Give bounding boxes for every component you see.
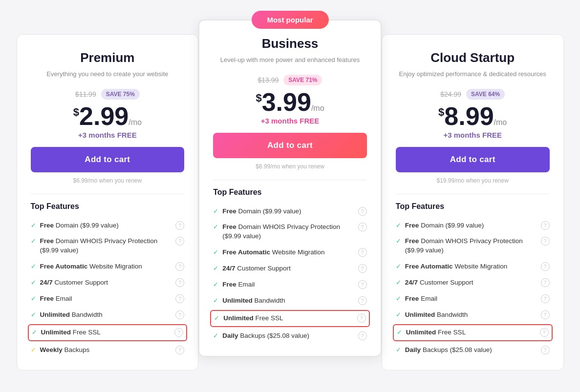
info-icon-cloud-startup-3[interactable]: ?: [541, 278, 550, 287]
check-icon-cloud-startup-3: ✓: [396, 279, 401, 286]
feature-item-premium-6: ✓ Unlimited Free SSL ?: [28, 324, 188, 341]
check-icon-cloud-startup-2: ✓: [396, 263, 401, 270]
feature-text-business-2: Free Automatic Website Migration: [222, 248, 355, 257]
info-icon-premium-2[interactable]: ?: [175, 262, 184, 271]
feature-left-business-7: ✓ Daily Backups ($25.08 value): [213, 331, 355, 341]
check-icon-premium-0: ✓: [31, 222, 36, 229]
feature-item-cloud-startup-4: ✓ Free Email ?: [396, 291, 550, 307]
feature-item-business-7: ✓ Daily Backups ($25.08 value) ?: [213, 328, 367, 344]
price-number-cloud-startup: 8.99: [444, 102, 494, 130]
free-months-premium: +3 months FREE: [31, 131, 185, 139]
info-icon-business-6[interactable]: ?: [357, 314, 366, 323]
info-icon-premium-4[interactable]: ?: [175, 294, 184, 303]
pricing-row-cloud-startup: $24.99 SAVE 64%: [396, 89, 550, 100]
feature-item-premium-1: ✓ Free Domain WHOIS Privacy Protection (…: [31, 233, 185, 259]
info-icon-cloud-startup-6[interactable]: ?: [540, 328, 549, 337]
plan-description-business: Level-up with more power and enhanced fe…: [213, 55, 367, 65]
plan-name-premium: Premium: [31, 50, 185, 65]
feature-left-premium-0: ✓ Free Domain ($9.99 value): [31, 221, 173, 230]
feature-left-premium-4: ✓ Free Email: [31, 294, 173, 304]
feature-text-cloud-startup-2: Free Automatic Website Migration: [405, 262, 538, 271]
pricing-card-premium: PremiumEverything you need to create you…: [17, 34, 199, 371]
info-icon-cloud-startup-0[interactable]: ?: [541, 221, 550, 230]
save-badge-premium: SAVE 75%: [101, 89, 140, 100]
check-icon-premium-2: ✓: [31, 263, 36, 270]
pricing-container: PremiumEverything you need to create you…: [17, 20, 564, 371]
feature-left-cloud-startup-1: ✓ Free Domain WHOIS Privacy Protection (…: [396, 237, 538, 255]
feature-item-premium-7: ✓ Weekly Backups ?: [31, 342, 185, 358]
feature-item-cloud-startup-6: ✓ Unlimited Free SSL ?: [393, 324, 553, 341]
save-badge-business: SAVE 71%: [283, 75, 322, 85]
divider-premium: [31, 194, 185, 194]
feature-left-business-5: ✓ Unlimited Bandwidth: [213, 296, 355, 306]
info-icon-business-7[interactable]: ?: [358, 331, 367, 340]
feature-left-cloud-startup-7: ✓ Daily Backups ($25.08 value): [396, 346, 538, 355]
price-main-business: $3.99/mo: [213, 89, 367, 115]
feature-text-premium-1: Free Domain WHOIS Privacy Protection ($9…: [40, 237, 173, 255]
info-icon-premium-3[interactable]: ?: [175, 278, 184, 287]
features-title-cloud-startup: Top Features: [396, 202, 550, 211]
feature-text-premium-6: Unlimited Free SSL: [41, 328, 172, 337]
info-icon-premium-1[interactable]: ?: [175, 237, 184, 246]
info-icon-cloud-startup-1[interactable]: ?: [541, 237, 550, 246]
info-icon-premium-7[interactable]: ?: [175, 346, 184, 354]
feature-text-cloud-startup-6: Unlimited Free SSL: [406, 328, 537, 337]
check-icon-business-3: ✓: [213, 265, 218, 272]
most-popular-badge: Most popular: [251, 11, 328, 29]
check-icon-business-5: ✓: [213, 297, 218, 304]
check-icon-premium-1: ✓: [31, 237, 36, 245]
pricing-row-premium: $11.99 SAVE 75%: [31, 89, 185, 100]
feature-left-business-4: ✓ Free Email: [213, 280, 355, 289]
feature-item-premium-5: ✓ Unlimited Bandwidth ?: [31, 307, 185, 323]
original-price-business: $13.99: [258, 76, 279, 84]
feature-text-cloud-startup-5: Unlimited Bandwidth: [405, 310, 538, 320]
feature-left-business-3: ✓ 24/7 Customer Support: [213, 264, 355, 273]
info-icon-cloud-startup-5[interactable]: ?: [541, 310, 550, 319]
feature-item-cloud-startup-7: ✓ Daily Backups ($25.08 value) ?: [396, 342, 550, 358]
info-icon-cloud-startup-7[interactable]: ?: [541, 346, 550, 354]
feature-left-premium-1: ✓ Free Domain WHOIS Privacy Protection (…: [31, 237, 173, 255]
info-icon-business-0[interactable]: ?: [358, 207, 367, 216]
feature-left-premium-5: ✓ Unlimited Bandwidth: [31, 310, 173, 320]
feature-text-premium-2: Free Automatic Website Migration: [40, 262, 173, 271]
plan-name-cloud-startup: Cloud Startup: [396, 50, 550, 65]
info-icon-business-3[interactable]: ?: [358, 264, 367, 273]
price-period-premium: /mo: [129, 118, 142, 126]
info-icon-premium-6[interactable]: ?: [174, 328, 183, 337]
info-icon-premium-0[interactable]: ?: [175, 221, 184, 230]
feature-text-business-6: Unlimited Free SSL: [223, 314, 354, 323]
price-main-cloud-startup: $8.99/mo: [396, 103, 550, 129]
feature-text-business-5: Unlimited Bandwidth: [222, 296, 355, 306]
info-icon-cloud-startup-2[interactable]: ?: [541, 262, 550, 271]
feature-item-cloud-startup-1: ✓ Free Domain WHOIS Privacy Protection (…: [396, 233, 550, 259]
feature-left-premium-6: ✓ Unlimited Free SSL: [32, 328, 172, 337]
check-icon-business-6: ✓: [214, 314, 219, 322]
info-icon-cloud-startup-4[interactable]: ?: [541, 294, 550, 303]
feature-item-premium-3: ✓ 24/7 Customer Support ?: [31, 275, 185, 291]
price-main-premium: $2.99/mo: [31, 103, 185, 129]
feature-text-business-7: Daily Backups ($25.08 value): [222, 331, 355, 341]
feature-left-premium-3: ✓ 24/7 Customer Support: [31, 278, 173, 288]
check-icon-premium-4: ✓: [31, 295, 36, 302]
feature-text-cloud-startup-4: Free Email: [405, 294, 538, 304]
add-to-cart-btn-premium[interactable]: Add to cart: [31, 147, 185, 172]
info-icon-business-1[interactable]: ?: [358, 223, 367, 231]
info-icon-business-4[interactable]: ?: [358, 280, 367, 289]
feature-left-business-2: ✓ Free Automatic Website Migration: [213, 248, 355, 257]
feature-left-premium-2: ✓ Free Automatic Website Migration: [31, 262, 173, 271]
feature-text-cloud-startup-3: 24/7 Customer Support: [405, 278, 538, 288]
feature-text-cloud-startup-7: Daily Backups ($25.08 value): [405, 346, 538, 355]
add-to-cart-btn-business[interactable]: Add to cart: [213, 133, 367, 158]
feature-item-business-5: ✓ Unlimited Bandwidth ?: [213, 293, 367, 309]
add-to-cart-btn-cloud-startup[interactable]: Add to cart: [396, 147, 550, 172]
info-icon-premium-5[interactable]: ?: [175, 310, 184, 319]
save-badge-cloud-startup: SAVE 64%: [466, 89, 505, 100]
check-icon-cloud-startup-1: ✓: [396, 237, 401, 245]
feature-item-premium-0: ✓ Free Domain ($9.99 value) ?: [31, 218, 185, 234]
info-icon-business-2[interactable]: ?: [358, 248, 367, 257]
info-icon-business-5[interactable]: ?: [358, 296, 367, 305]
check-icon-cloud-startup-4: ✓: [396, 295, 401, 302]
feature-text-cloud-startup-0: Free Domain ($9.99 value): [405, 221, 538, 230]
feature-text-premium-5: Unlimited Bandwidth: [40, 310, 173, 320]
plan-description-cloud-startup: Enjoy optimized performance & dedicated …: [396, 69, 550, 79]
